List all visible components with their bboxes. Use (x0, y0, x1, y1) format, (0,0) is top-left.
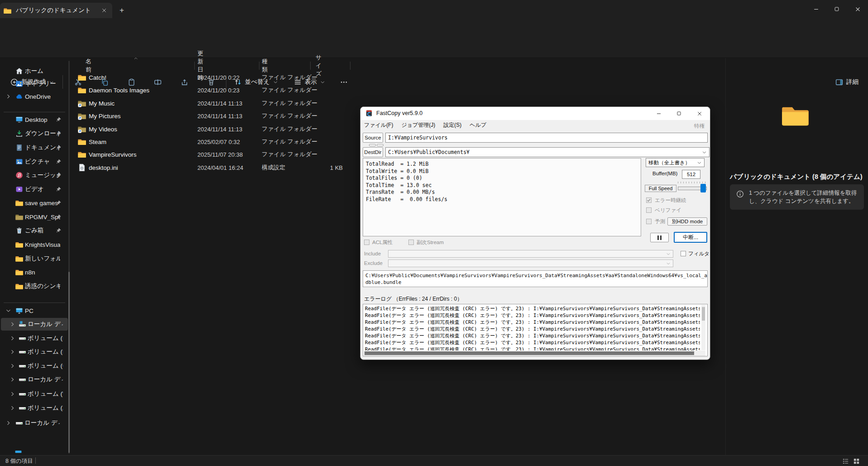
close-button[interactable] (847, 0, 868, 18)
column-separator[interactable] (310, 62, 311, 70)
sidebar-item-ホーム[interactable]: ホーム (1, 65, 68, 77)
sidebar-item[interactable]: ダウンロード (1, 127, 68, 140)
sidebar-item-pc[interactable]: PC (1, 304, 68, 317)
chevron-right-icon[interactable] (10, 391, 15, 397)
file-row[interactable]: Steam2025/02/07 0:32ファイル フォルダー (73, 135, 363, 148)
fastcopy-close-button[interactable] (689, 107, 710, 120)
acl-checkbox[interactable] (364, 240, 369, 245)
continue-on-error-checkbox[interactable] (646, 197, 652, 203)
chevron-right-icon[interactable] (5, 94, 11, 100)
file-row[interactable]: My Videos2024/11/14 11:13ファイル フォルダー (73, 123, 363, 135)
folder-icon (78, 150, 86, 159)
file-row[interactable]: My Pictures2024/11/14 11:13ファイル フォルダー (73, 110, 363, 122)
sidebar-item-drive[interactable]: ボリューム (Z:) (1, 402, 68, 414)
details-pane-hint-box: 1 つのファイルを選択して詳細情報を取得 し、クラウド コンテンツを共有します。 (730, 184, 864, 210)
sidebar-item-drive[interactable]: ボリューム (F:) (1, 346, 68, 358)
details-view-icon[interactable] (842, 458, 849, 465)
pin-icon (56, 187, 62, 192)
column-header[interactable]: 名前 (86, 61, 91, 71)
fastcopy-menu-item[interactable]: 設定(S) (443, 121, 461, 129)
error-log-hscrollbar-thumb[interactable] (364, 351, 694, 355)
fastcopy-title-bar[interactable]: FastCopy ver5.9.0 (360, 107, 710, 120)
sidebar-item-label: ギャラリー (25, 80, 56, 88)
fastcopy-menu-item[interactable]: ヘルプ (470, 121, 486, 129)
file-row[interactable]: Catch!2024/11/20 0:22ファイル フォルダー (73, 71, 363, 84)
estimate-checkbox[interactable] (646, 219, 652, 224)
file-row[interactable]: VampireSurvivors2025/11/07 20:38ファイル フォル… (73, 148, 363, 161)
verify-label: ベリファイ (655, 207, 681, 214)
sidebar-item-ギャラリー[interactable]: ギャラリー (1, 77, 68, 90)
sidebar-item[interactable]: ピクチャ (1, 155, 68, 168)
buffer-input[interactable]: 512 (682, 170, 700, 179)
chevron-right-icon[interactable] (10, 349, 15, 355)
sidebar-item[interactable]: ビデオ (1, 183, 68, 196)
sidebar-item[interactable]: save games (1, 197, 68, 209)
sidebar-scrollbar-thumb[interactable] (68, 272, 70, 453)
abort-button[interactable]: 中断... (674, 232, 707, 243)
fastcopy-maximize-button[interactable] (669, 107, 689, 120)
destdir-field[interactable]: C:¥Users¥Public¥Documents¥ (385, 147, 710, 157)
file-row[interactable]: desktop.ini2024/04/01 16:24構成設定1 KB (73, 161, 363, 174)
maximize-button[interactable] (826, 0, 847, 18)
sidebar-item-drive[interactable]: ローカル ディスク (I (1, 417, 68, 429)
sidebar-item[interactable]: ドキュメント (1, 141, 68, 154)
sidebar-item[interactable]: ミュージック (1, 169, 68, 182)
sidebar-item-label: 新しいフォルダー (25, 255, 60, 263)
column-separator[interactable] (259, 62, 259, 70)
source-button[interactable]: Source (363, 133, 383, 143)
sidebar-item[interactable]: n8n (1, 266, 68, 279)
sidebar-item-drive[interactable]: ボリューム (G:) (1, 360, 68, 372)
fastcopy-menu-item[interactable]: ファイル(F) (364, 121, 393, 129)
details-pane-toggle[interactable]: 詳細 (831, 74, 863, 90)
column-header[interactable]: 更新日時 (197, 61, 203, 71)
sidebar-item-drive[interactable]: ローカル ディスク (1, 318, 68, 331)
tab-close-icon[interactable] (100, 6, 109, 15)
sidebar-item-drive[interactable]: ボリューム (W:) (1, 388, 68, 400)
folder-icon (15, 255, 23, 263)
sidebar-item[interactable]: RPGMV_Spee (1, 211, 68, 223)
large-icons-view-icon[interactable] (853, 458, 860, 465)
error-log-vscrollbar-thumb[interactable] (702, 307, 705, 321)
sidebar-item[interactable]: KnightsVisual (1, 238, 68, 251)
destdir-button[interactable]: DestDir (363, 147, 383, 157)
sidebar-item[interactable]: ごみ箱 (1, 224, 68, 237)
sidebar-item-drive[interactable]: ローカル ディスク (1, 373, 68, 386)
minimize-button[interactable] (806, 0, 826, 18)
sidebar-item-label: ダウンロード (25, 130, 60, 138)
sidebar-item-onedrive[interactable]: OneDrive (1, 90, 68, 103)
pause-button[interactable] (650, 233, 669, 242)
file-row[interactable]: Daemon Tools Images2024/11/20 0:23ファイル フ… (73, 84, 363, 96)
chevron-right-icon[interactable] (10, 336, 15, 341)
sidebar-item[interactable]: Desktop (1, 113, 68, 126)
swap-up-button[interactable] (369, 144, 376, 146)
sort-ascending-indicator (134, 56, 138, 61)
column-header[interactable]: サイズ (316, 61, 321, 71)
sidebar-item-drive[interactable]: ボリューム (D:) (1, 332, 68, 345)
chevron-right-icon[interactable] (10, 405, 15, 411)
sidebar-item[interactable]: 新しいフォルダー (1, 252, 68, 265)
explorer-tab[interactable]: パブリックのドキュメント (0, 3, 112, 18)
fastcopy-menu-item[interactable]: ジョブ管理(J) (401, 121, 435, 129)
column-separator[interactable] (194, 62, 195, 70)
chevron-down-icon[interactable] (5, 308, 11, 314)
column-separator[interactable] (350, 62, 350, 70)
new-tab-button[interactable]: + (117, 5, 127, 15)
hdd-mode-button[interactable]: 別HDD mode (667, 217, 707, 226)
speed-slider-thumb[interactable] (700, 184, 706, 192)
column-header[interactable]: 種類 (262, 61, 268, 71)
chevron-right-icon[interactable] (10, 377, 15, 383)
mode-select[interactable]: 移動（全上書き） (646, 158, 705, 167)
verify-checkbox[interactable] (646, 207, 652, 213)
chevron-right-icon[interactable] (5, 420, 11, 426)
include-field[interactable] (388, 250, 673, 258)
swap-down-button[interactable] (377, 144, 384, 146)
source-field[interactable]: I:¥VampireSurvivors (385, 133, 708, 143)
chevron-right-icon[interactable] (10, 322, 15, 327)
chevron-right-icon[interactable] (10, 363, 15, 369)
sidebar-item[interactable]: 誘惑のシンギュラリ (1, 280, 68, 293)
alt-stream-checkbox[interactable] (408, 240, 414, 245)
file-row[interactable]: My Music2024/11/14 11:13ファイル フォルダー (73, 97, 363, 110)
exclude-field[interactable] (388, 259, 673, 267)
fastcopy-minimize-button[interactable] (648, 107, 669, 120)
filter-checkbox[interactable] (681, 251, 686, 256)
